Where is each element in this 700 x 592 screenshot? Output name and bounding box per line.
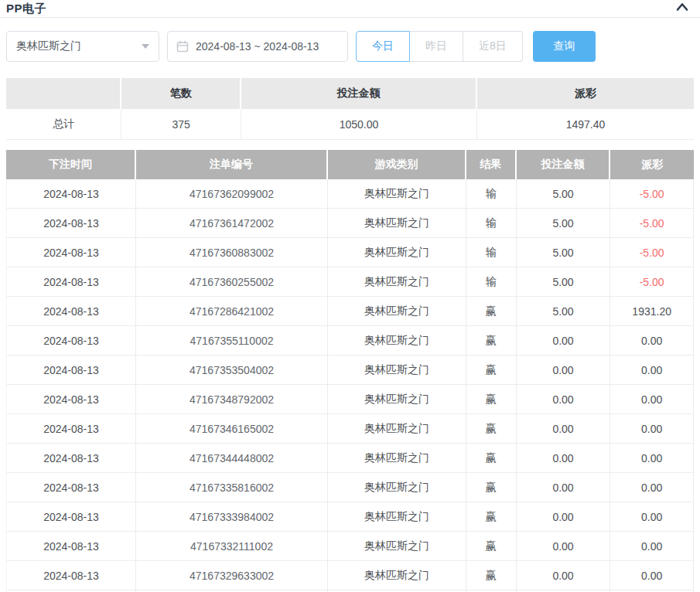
table-cell: 2024-08-13	[6, 209, 136, 237]
table-cell: 47167346165002	[136, 414, 328, 443]
table-cell: 47167332111002	[136, 532, 328, 560]
table-cell: 0.00	[517, 502, 611, 531]
table-row: 2024-08-1347167346165002奥林匹斯之门赢0.000.00	[6, 414, 694, 444]
table-cell: 输	[466, 267, 517, 296]
table-cell: 47167344448002	[136, 444, 328, 472]
chevron-up-icon	[675, 3, 689, 15]
table-cell: 奥林匹斯之门	[328, 473, 466, 502]
table-cell: -5.00	[610, 238, 694, 267]
table-cell: -5.00	[610, 179, 694, 208]
table-cell: 2024-08-13	[6, 238, 136, 267]
summary-header-cell: 投注金额	[241, 78, 477, 109]
table-cell: 47167335816002	[136, 473, 328, 502]
bet-table-header: 下注时间注单编号游戏类别结果投注金额派彩	[6, 150, 694, 179]
table-cell: 47167361472002	[136, 209, 328, 237]
table-cell: 赢	[466, 473, 517, 502]
summary-cell: 总计	[6, 109, 121, 139]
table-cell: 5.00	[517, 179, 611, 208]
table-cell: 2024-08-13	[6, 473, 136, 502]
table-cell: 47167360255002	[136, 267, 328, 296]
table-cell: 奥林匹斯之门	[328, 267, 466, 296]
summary-cell: 1050.00	[241, 109, 477, 139]
table-cell: 47167286421002	[136, 297, 328, 325]
table-row: 2024-08-1347167353504002奥林匹斯之门赢0.000.00	[6, 356, 694, 385]
date-range-input[interactable]: 2024-08-13 ~ 2024-08-13	[167, 31, 348, 62]
table-row: 2024-08-1347167360883002奥林匹斯之门输5.00-5.00	[6, 238, 694, 267]
table-cell: 5.00	[517, 209, 611, 237]
table-cell: 赢	[466, 385, 517, 413]
table-cell: 0.00	[610, 385, 694, 413]
game-select[interactable]: 奥林匹斯之门	[6, 31, 159, 62]
table-cell: 47167360883002	[136, 238, 328, 267]
table-row: 2024-08-1347167329633002奥林匹斯之门赢0.000.00	[6, 561, 694, 590]
quick-button-2[interactable]: 近8日	[463, 31, 523, 62]
table-cell: -5.00	[610, 267, 694, 296]
table-cell: 47167362099002	[136, 179, 328, 208]
table-cell: 奥林匹斯之门	[328, 179, 466, 208]
table-cell: 0.00	[517, 326, 611, 355]
table-row: 2024-08-1347167348792002奥林匹斯之门赢0.000.00	[6, 385, 694, 414]
table-cell: 47167348792002	[136, 385, 328, 413]
bet-header-cell: 结果	[466, 150, 517, 179]
table-cell: 0.00	[610, 502, 694, 531]
table-cell: 赢	[466, 414, 517, 443]
table-cell: 奥林匹斯之门	[328, 444, 466, 472]
table-cell: 输	[466, 179, 517, 208]
table-cell: 5.00	[517, 297, 611, 325]
table-cell: 奥林匹斯之门	[328, 238, 466, 267]
table-cell: 47167355110002	[136, 326, 328, 355]
table-cell: 0.00	[610, 326, 694, 355]
quick-button-0[interactable]: 今日	[356, 31, 410, 62]
summary-header-cell: 派彩	[477, 78, 694, 109]
page-title: PP电子	[6, 2, 46, 16]
table-cell: 输	[466, 209, 517, 237]
caret-down-icon	[142, 44, 149, 49]
table-cell: 2024-08-13	[6, 297, 136, 325]
summary-header-cell	[6, 78, 121, 109]
table-cell: 赢	[466, 532, 517, 560]
table-cell: 2024-08-13	[6, 179, 136, 208]
table-cell: 2024-08-13	[6, 561, 136, 590]
table-cell: 2024-08-13	[6, 532, 136, 560]
table-cell: 奥林匹斯之门	[328, 414, 466, 443]
collapse-button[interactable]	[675, 2, 689, 12]
table-cell: 0.00	[517, 385, 611, 413]
quick-button-1[interactable]: 昨日	[410, 31, 463, 62]
table-cell: 0.00	[610, 356, 694, 384]
table-cell: 赢	[466, 561, 517, 590]
header-divider	[0, 17, 700, 18]
summary-total-row: 总计3751050.001497.40	[6, 109, 694, 140]
table-cell: 0.00	[517, 414, 611, 443]
quick-button-group: 今日昨日近8日	[356, 31, 523, 62]
calendar-icon	[176, 40, 189, 53]
table-cell: 0.00	[610, 473, 694, 502]
table-cell: 赢	[466, 297, 517, 325]
table-cell: 2024-08-13	[6, 444, 136, 472]
table-cell: 2024-08-13	[6, 267, 136, 296]
table-cell: 0.00	[610, 444, 694, 472]
table-cell: 0.00	[517, 444, 611, 472]
summary-table: 笔数投注金额派彩 总计3751050.001497.40	[6, 78, 694, 140]
table-cell: 奥林匹斯之门	[328, 356, 466, 384]
table-cell: 奥林匹斯之门	[328, 385, 466, 413]
table-cell: 0.00	[517, 561, 611, 590]
bet-header-cell: 下注时间	[6, 150, 136, 179]
table-row: 2024-08-1347167344448002奥林匹斯之门赢0.000.00	[6, 444, 694, 473]
table-cell: 赢	[466, 326, 517, 355]
bet-header-cell: 派彩	[610, 150, 694, 179]
table-cell: 0.00	[517, 532, 611, 560]
table-row: 2024-08-1347167362099002奥林匹斯之门输5.00-5.00	[6, 179, 694, 209]
pp-electronic-panel: PP电子 奥林匹斯之门 2024-08-13 ~ 2024-08-13 今日	[0, 0, 700, 592]
table-cell: 47167333984002	[136, 502, 328, 531]
table-cell: 奥林匹斯之门	[328, 326, 466, 355]
table-cell: 奥林匹斯之门	[328, 502, 466, 531]
table-row: 2024-08-1347167286421002奥林匹斯之门赢5.001931.…	[6, 297, 694, 326]
table-row: 2024-08-1347167332111002奥林匹斯之门赢0.000.00	[6, 532, 694, 561]
summary-cell: 375	[121, 109, 241, 139]
table-cell: 0.00	[610, 414, 694, 443]
table-row: 2024-08-1347167360255002奥林匹斯之门输5.00-5.00	[6, 267, 694, 297]
table-cell: 2024-08-13	[6, 502, 136, 531]
table-cell: 奥林匹斯之门	[328, 561, 466, 590]
query-button[interactable]: 查询	[533, 31, 596, 62]
table-cell: 2024-08-13	[6, 326, 136, 355]
